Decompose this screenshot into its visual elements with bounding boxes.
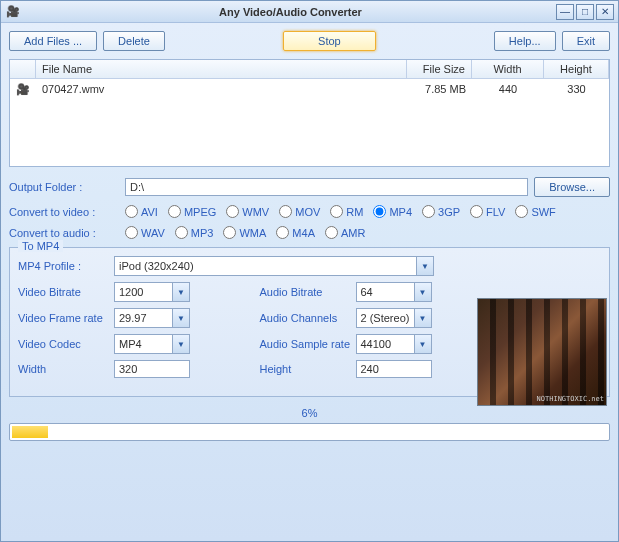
- chevron-down-icon: ▼: [172, 283, 189, 301]
- audio-format-radio-wav[interactable]: WAV: [125, 226, 165, 239]
- maximize-button[interactable]: □: [576, 4, 594, 20]
- audio-format-radio-wma[interactable]: WMA: [223, 226, 266, 239]
- chevron-down-icon: ▼: [414, 283, 431, 301]
- file-row[interactable]: 🎥 070427.wmv 7.85 MB 440 330: [10, 79, 609, 100]
- video-format-radio-flv[interactable]: FLV: [470, 205, 505, 218]
- exit-button[interactable]: Exit: [562, 31, 610, 51]
- file-size: 7.85 MB: [407, 81, 472, 98]
- video-format-radio-avi[interactable]: AVI: [125, 205, 158, 218]
- audio-format-radio-amr[interactable]: AMR: [325, 226, 365, 239]
- delete-button[interactable]: Delete: [103, 31, 165, 51]
- header-width[interactable]: Width: [472, 60, 544, 78]
- video-codec-select[interactable]: MP4▼: [114, 334, 190, 354]
- panel-title: To MP4: [18, 240, 63, 252]
- file-name: 070427.wmv: [36, 81, 407, 98]
- profile-label: MP4 Profile :: [18, 260, 110, 272]
- add-files-button[interactable]: Add Files ...: [9, 31, 97, 51]
- video-format-radio-swf[interactable]: SWF: [515, 205, 555, 218]
- width-label: Width: [18, 363, 110, 375]
- chevron-down-icon: ▼: [172, 309, 189, 327]
- video-framerate-label: Video Frame rate: [18, 312, 110, 324]
- app-icon: 🎥: [5, 4, 21, 20]
- convert-audio-label: Convert to audio :: [9, 227, 119, 239]
- chevron-down-icon: ▼: [414, 309, 431, 327]
- height-input[interactable]: [356, 360, 432, 378]
- video-framerate-select[interactable]: 29.97▼: [114, 308, 190, 328]
- header-filesize[interactable]: File Size: [407, 60, 472, 78]
- audio-channels-label: Audio Channels: [260, 312, 352, 324]
- profile-select[interactable]: iPod (320x240)▼: [114, 256, 434, 276]
- video-format-radio-mp4[interactable]: MP4: [373, 205, 412, 218]
- file-width: 440: [472, 81, 544, 98]
- preview-watermark: NOTHINGTOXIC.net: [537, 395, 604, 403]
- audio-channels-select[interactable]: 2 (Stereo)▼: [356, 308, 432, 328]
- titlebar: 🎥 Any Video/Audio Converter — □ ✕: [1, 1, 618, 23]
- header-filename[interactable]: File Name: [36, 60, 407, 78]
- video-format-radio-wmv[interactable]: WMV: [226, 205, 269, 218]
- file-list-header: File Name File Size Width Height: [10, 60, 609, 79]
- progress-bar: [9, 423, 610, 441]
- chevron-down-icon: ▼: [414, 335, 431, 353]
- video-codec-label: Video Codec: [18, 338, 110, 350]
- minimize-button[interactable]: —: [556, 4, 574, 20]
- audio-bitrate-label: Audio Bitrate: [260, 286, 352, 298]
- video-format-radio-mpeg[interactable]: MPEG: [168, 205, 216, 218]
- chevron-down-icon: ▼: [416, 257, 433, 275]
- file-list[interactable]: File Name File Size Width Height 🎥 07042…: [9, 59, 610, 167]
- header-height[interactable]: Height: [544, 60, 609, 78]
- convert-video-label: Convert to video :: [9, 206, 119, 218]
- video-file-icon: 🎥: [16, 83, 30, 95]
- audio-format-radio-m4a[interactable]: M4A: [276, 226, 315, 239]
- video-format-radios: AVIMPEGWMVMOVRMMP43GPFLVSWF: [125, 205, 556, 218]
- video-format-radio-3gp[interactable]: 3GP: [422, 205, 460, 218]
- audio-format-radios: WAVMP3WMAM4AAMR: [125, 226, 365, 239]
- help-button[interactable]: Help...: [494, 31, 556, 51]
- video-bitrate-label: Video Bitrate: [18, 286, 110, 298]
- width-input[interactable]: [114, 360, 190, 378]
- height-label: Height: [260, 363, 352, 375]
- file-height: 330: [544, 81, 609, 98]
- audio-bitrate-select[interactable]: 64▼: [356, 282, 432, 302]
- video-format-radio-rm[interactable]: RM: [330, 205, 363, 218]
- toolbar: Add Files ... Delete Stop Help... Exit: [9, 31, 610, 51]
- video-preview: NOTHINGTOXIC.net: [477, 298, 607, 406]
- video-format-radio-mov[interactable]: MOV: [279, 205, 320, 218]
- window-title: Any Video/Audio Converter: [25, 6, 556, 18]
- close-button[interactable]: ✕: [596, 4, 614, 20]
- video-bitrate-select[interactable]: 1200▼: [114, 282, 190, 302]
- browse-button[interactable]: Browse...: [534, 177, 610, 197]
- progress-fill: [12, 426, 48, 438]
- audio-samplerate-select[interactable]: 44100▼: [356, 334, 432, 354]
- audio-samplerate-label: Audio Sample rate: [260, 338, 352, 350]
- progress-label: 6%: [9, 407, 610, 419]
- output-folder-label: Output Folder :: [9, 181, 119, 193]
- stop-button[interactable]: Stop: [283, 31, 376, 51]
- audio-format-radio-mp3[interactable]: MP3: [175, 226, 214, 239]
- chevron-down-icon: ▼: [172, 335, 189, 353]
- output-folder-input[interactable]: [125, 178, 528, 196]
